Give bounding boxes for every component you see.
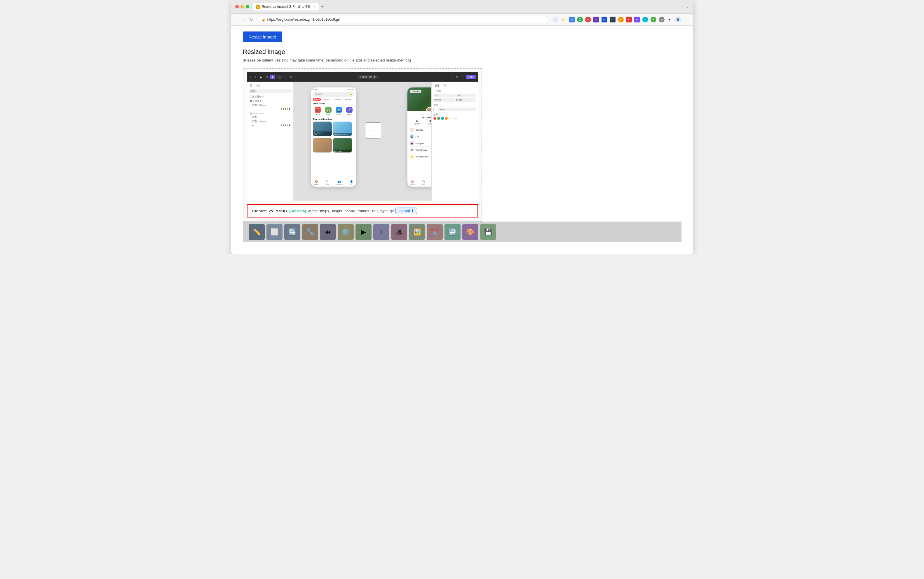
category-country[interactable]: 🏳️ Country › xyxy=(410,126,432,133)
figma-tool-text[interactable]: T xyxy=(283,75,287,79)
figma-tool-pen[interactable]: ⬛ xyxy=(276,75,282,79)
extension-7[interactable]: ★ xyxy=(618,16,624,23)
toolbar-rewind-icon[interactable]: ⏮ xyxy=(320,224,336,240)
figma-tool-star[interactable]: ★ xyxy=(270,75,275,79)
back-button-right[interactable]: ‹ Record xyxy=(410,90,422,93)
extension-5[interactable]: IA xyxy=(602,16,607,23)
tourist-card-1[interactable]: Start Travel $260 xyxy=(313,121,332,136)
extension-6[interactable]: 🛡 xyxy=(610,16,615,23)
figma-tool-back[interactable]: ‹ xyxy=(249,75,253,79)
close-button[interactable] xyxy=(235,5,239,8)
figma-prop-h[interactable]: H 812 xyxy=(455,98,476,102)
figma-layer-2[interactable]: 页面 1 / Home xyxy=(249,103,292,107)
toolbar-save-icon[interactable]: 💾 xyxy=(480,224,496,240)
figma-share[interactable]: △ xyxy=(461,75,464,79)
right-nav-home[interactable]: 🏠 Home xyxy=(410,180,415,185)
figma-tool-frame[interactable]: □ xyxy=(265,75,269,79)
phone-tab-activity[interactable]: Activity xyxy=(343,98,353,101)
url-bar[interactable]: 🔒 https://ezgif.com/resize/ezgif-1-59b1b… xyxy=(257,16,550,23)
bottom-nav-me[interactable]: 👤 Me xyxy=(350,180,353,185)
extension-1[interactable]: 19 xyxy=(569,16,574,23)
figma-prototype-tab[interactable]: 原型 xyxy=(441,83,448,88)
figma-zoom-out[interactable]: － xyxy=(443,75,448,79)
figma-fit[interactable]: ⊞ xyxy=(455,75,460,79)
hotel-icon-item[interactable]: 🏨 Hotel xyxy=(325,107,332,115)
menu-icon[interactable]: ⋮ xyxy=(683,16,689,23)
figma-prop-w[interactable]: W 375 xyxy=(433,98,455,102)
bottom-nav-community[interactable]: 👥 Community xyxy=(335,180,343,185)
fill-color-swatch[interactable] xyxy=(433,108,437,111)
phone-tab-home[interactable]: Home xyxy=(313,98,321,101)
back-button[interactable]: ‹ xyxy=(235,16,239,23)
toolbar-palette-icon[interactable]: 🎨 xyxy=(462,224,478,240)
maximize-button[interactable] xyxy=(246,5,249,8)
toolbar-select-icon[interactable]: ⬜ xyxy=(266,224,282,240)
figma-component-box[interactable]: + xyxy=(365,123,381,139)
toolbar-text-icon[interactable]: T xyxy=(373,224,389,240)
phone-search-bar[interactable]: 🔍 搜索 🔔 xyxy=(313,92,355,97)
train-icon-item[interactable]: 🚂 Train xyxy=(315,107,321,115)
figma-tool-play[interactable]: ▶ xyxy=(259,75,264,79)
figma-search-input[interactable] xyxy=(249,89,292,93)
category-tourist-map[interactable]: 🗺️ Tourist map › xyxy=(410,147,432,153)
figma-zoom-in[interactable]: ＋ xyxy=(449,75,454,79)
extension-12[interactable]: @ xyxy=(659,16,665,23)
tourist-card-3[interactable] xyxy=(313,138,332,152)
category-my-collection[interactable]: ⭐ My collection › xyxy=(410,153,432,160)
figma-layer-5[interactable]: 页面 1 / Home xyxy=(249,119,292,124)
toolbar-undo-icon[interactable]: ↩️ xyxy=(445,224,461,240)
category-city[interactable]: 🏙️ City › xyxy=(410,133,432,140)
new-tab-button[interactable]: + xyxy=(321,4,324,9)
figma-tool-hand[interactable]: ⊙ xyxy=(288,75,293,79)
toolbar-gear-icon[interactable]: ⚙️ xyxy=(338,224,354,240)
resize-button[interactable]: Resize image! xyxy=(243,31,282,42)
extension-4[interactable]: 9 xyxy=(593,16,599,23)
figma-zoom-percent[interactable]: 100% xyxy=(466,75,476,79)
extension-10[interactable]: ◇ xyxy=(642,16,648,23)
figma-page-name[interactable]: Pass File ▼ xyxy=(358,75,379,79)
figma-design-tab[interactable]: 设计 xyxy=(433,83,440,88)
extension-13[interactable]: ✦ xyxy=(667,16,673,23)
figma-prop-y[interactable]: Y 0 xyxy=(455,93,476,97)
cruise-icon-item[interactable]: 🚢 Cruise xyxy=(336,107,342,115)
extension-11[interactable]: ● xyxy=(650,16,656,23)
bottom-nav-order[interactable]: 📋 Order xyxy=(325,180,329,185)
figma-layer-4[interactable]: 页面 1 xyxy=(249,115,292,119)
convert-button[interactable]: convert ⬇ xyxy=(396,208,417,214)
extension-3[interactable]: M xyxy=(585,16,591,23)
category-instagram[interactable]: 📷 Instagram › xyxy=(410,140,432,147)
toolbar-pen-icon[interactable]: ✏️ xyxy=(249,224,265,240)
reload-button[interactable]: ↻ xyxy=(248,16,254,23)
active-tab[interactable]: G Resize animated GIF - 多人实时 × xyxy=(252,3,319,10)
figma-assets-tab[interactable]: 组件 xyxy=(254,83,261,88)
phone-tab-around[interactable]: Around xyxy=(333,98,342,101)
toolbar-brush-icon[interactable]: 🔧 xyxy=(302,224,318,240)
toolbar-scissors-icon[interactable]: ✂️ xyxy=(427,224,443,240)
figma-tool-list[interactable]: ≡ xyxy=(254,75,258,79)
profile-icon[interactable]: 👤 xyxy=(675,16,681,23)
toolbar-magic-icon[interactable]: 🎩 xyxy=(391,224,407,240)
extension-8[interactable]: ■ xyxy=(626,16,632,23)
figma-layer-1[interactable]: ▾ 页面 1 xyxy=(249,99,292,103)
phone-tab-recom[interactable]: Recom xyxy=(322,98,332,101)
bookmark-icon[interactable]: ☆ xyxy=(561,16,566,23)
flight-icon-item[interactable]: ✈️ Flight xyxy=(346,107,353,115)
extension-2[interactable]: G xyxy=(577,16,583,23)
figma-layers-tab[interactable]: 层 xyxy=(249,83,253,88)
minimize-button[interactable] xyxy=(240,5,244,8)
extension-9[interactable]: P xyxy=(634,16,640,23)
figma-layer-6[interactable]: — xyxy=(249,124,292,127)
share-icon[interactable]: ↑ xyxy=(553,16,558,23)
figma-prop-x[interactable]: X 0 xyxy=(433,93,455,97)
toolbar-image-icon[interactable]: 🖼️ xyxy=(409,224,425,240)
toolbar-play-icon[interactable]: ▶ xyxy=(356,224,371,240)
right-nav-order[interactable]: 📋 Order xyxy=(421,180,425,185)
forward-button[interactable]: › xyxy=(242,16,245,23)
tourist-card-4[interactable]: Community xyxy=(333,138,352,152)
bottom-nav-home[interactable]: 🏠 Home xyxy=(314,180,318,185)
figma-layer-3[interactable]: — xyxy=(249,107,292,111)
toolbar-transform-icon[interactable]: ↪️ xyxy=(284,224,300,240)
tourist-card-2[interactable]: Holiday four 5260 xyxy=(333,121,352,136)
tab-close-icon[interactable]: × xyxy=(313,5,315,8)
figma-layer-pass[interactable]: ▸ Pass File xyxy=(249,112,292,115)
